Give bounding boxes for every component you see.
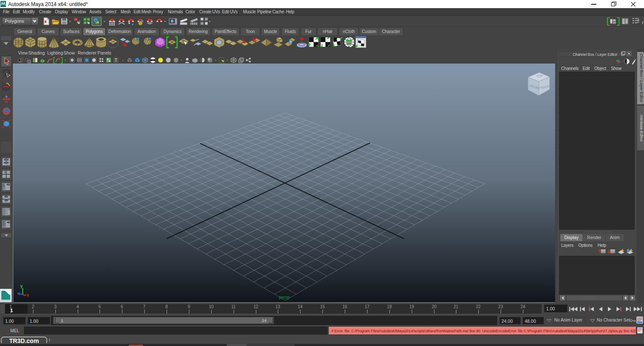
svg-text:x: x [27, 293, 29, 297]
svg-text:TOP: TOP [536, 74, 543, 79]
svg-text:y: y [20, 283, 23, 288]
svg-text:T: T [115, 58, 117, 63]
